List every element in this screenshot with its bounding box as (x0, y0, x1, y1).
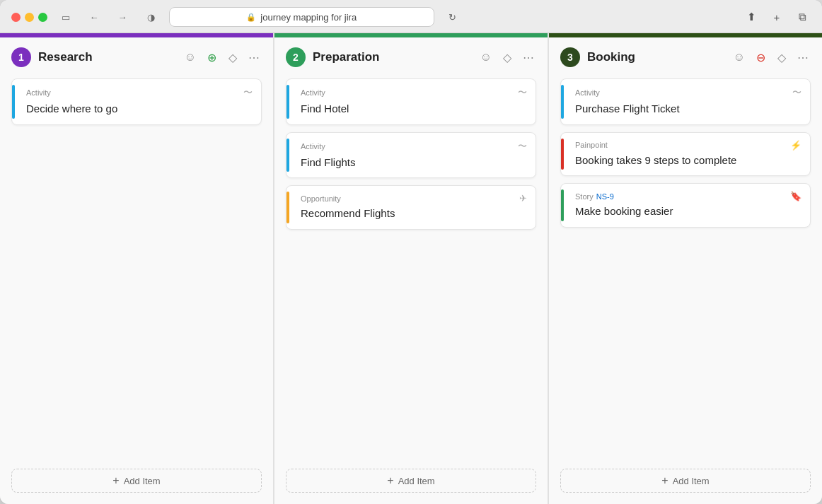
add-item-label-booking: Add Item (673, 476, 710, 486)
browser-window: ▭ ← → ◑ 🔒 journey mapping for jira ↻ ⬆ +… (0, 0, 822, 504)
add-item-button-research[interactable]: + Add Item (11, 469, 262, 493)
add-item-row-preparation: + Add Item (274, 463, 548, 504)
more-menu-research[interactable]: ⋯ (246, 49, 262, 65)
card-title-find-hotel: Find Hotel (295, 102, 527, 116)
card-title-purchase-flight: Purchase Flight Ticket (569, 102, 801, 116)
card-find-flights[interactable]: Activity 〜 Find Flights (286, 132, 536, 179)
column-actions-preparation: ☺ ◇ ⋯ (478, 49, 536, 65)
app-content: 1 Research ☺ ⊕ ◇ ⋯ Activity (0, 33, 822, 504)
card-header-find-hotel: Activity 〜 (295, 86, 527, 99)
card-header-purchase-flight: Activity 〜 (569, 86, 801, 99)
reload-button[interactable]: ↻ (443, 9, 463, 25)
card-type-find-flights: Activity (295, 142, 325, 151)
kanban-board: 1 Research ☺ ⊕ ◇ ⋯ Activity (0, 33, 822, 504)
card-activity-icon-decide: 〜 (243, 86, 253, 99)
share-icon[interactable]: ⬆ (743, 8, 760, 25)
card-left-border-recommend-flights (286, 192, 289, 223)
add-item-row-research: + Add Item (0, 463, 273, 504)
card-left-border-booking-painpoint (561, 139, 564, 170)
emoji-negative-icon-booking[interactable]: ⊖ (753, 49, 768, 65)
column-badge-booking: 3 (560, 47, 580, 67)
card-title-recommend-flights: Recommend Flights (295, 206, 527, 221)
card-type-make-booking: Story (575, 192, 594, 201)
card-make-booking[interactable]: Story NS-9 🔖 Make booking easier (560, 183, 811, 228)
emoji-neutral-icon-preparation[interactable]: ☺ (478, 49, 494, 65)
add-item-button-preparation[interactable]: + Add Item (286, 469, 536, 493)
card-activity-icon-find-hotel: 〜 (518, 86, 527, 99)
card-painpoint-icon: ⚡ (790, 140, 801, 151)
card-header-find-flights: Activity 〜 (295, 140, 527, 153)
column-header-preparation: 2 Preparation ☺ ◇ ⋯ (274, 37, 548, 74)
close-button[interactable] (11, 13, 21, 22)
tab-title: journey mapping for jira (260, 12, 357, 23)
emoji-positive-icon-research[interactable]: ⊕ (204, 49, 219, 65)
card-booking-painpoint[interactable]: Painpoint ⚡ Booking takes 9 steps to com… (560, 132, 811, 177)
card-left-border-find-hotel (286, 85, 289, 119)
theme-toggle-icon[interactable]: ◑ (141, 9, 161, 25)
column-title-preparation: Preparation (313, 50, 471, 64)
column-header-research: 1 Research ☺ ⊕ ◇ ⋯ (0, 37, 273, 74)
add-item-plus-booking: + (661, 475, 668, 486)
add-item-row-booking: + Add Item (549, 463, 822, 504)
tabs-icon[interactable]: ⧉ (794, 8, 811, 25)
address-bar[interactable]: 🔒 journey mapping for jira (169, 7, 434, 27)
column-title-research: Research (38, 50, 175, 64)
add-item-plus-research: + (112, 475, 119, 486)
card-type-booking-painpoint: Painpoint (569, 141, 608, 149)
minimize-button[interactable] (25, 13, 34, 22)
column-header-booking: 3 Booking ☺ ⊖ ◇ ⋯ (549, 37, 822, 74)
add-item-label-preparation: Add Item (398, 476, 435, 486)
column-badge-preparation: 2 (286, 47, 306, 67)
card-header-recommend-flights: Opportunity ✈ (295, 193, 527, 204)
card-title-make-booking: Make booking easier (569, 204, 801, 218)
card-activity-icon-purchase-flight: 〜 (792, 86, 801, 99)
column-cards-preparation: Activity 〜 Find Hotel Activity 〜 Find Fl… (274, 74, 548, 463)
more-menu-preparation[interactable]: ⋯ (521, 49, 536, 65)
add-item-plus-preparation: + (387, 475, 393, 486)
card-story-link[interactable]: NS-9 (596, 192, 614, 201)
card-recommend-flights[interactable]: Opportunity ✈ Recommend Flights (286, 185, 536, 230)
emoji-neutral-icon-research[interactable]: ☺ (183, 49, 198, 65)
column-preparation: 2 Preparation ☺ ◇ ⋯ Activity (274, 33, 548, 504)
card-decide[interactable]: Activity 〜 Decide where to go (11, 78, 262, 125)
column-title-booking: Booking (587, 50, 724, 64)
back-button[interactable]: ← (84, 9, 104, 25)
card-purchase-flight[interactable]: Activity 〜 Purchase Flight Ticket (560, 78, 811, 125)
add-item-button-booking[interactable]: + Add Item (560, 469, 811, 493)
column-booking: 3 Booking ☺ ⊖ ◇ ⋯ Activity (548, 33, 822, 504)
card-header-booking-painpoint: Painpoint ⚡ (569, 140, 801, 151)
sidebar-toggle-icon[interactable]: ▭ (56, 9, 76, 25)
card-left-border-make-booking (561, 189, 564, 221)
card-opportunity-icon-recommend-flights: ✈ (519, 193, 527, 204)
card-story-icon: 🔖 (790, 191, 801, 201)
card-left-border-find-flights (286, 139, 289, 172)
card-header-make-booking: Story NS-9 🔖 (569, 191, 801, 201)
column-cards-research: Activity 〜 Decide where to go (0, 74, 273, 463)
column-actions-booking: ☺ ⊖ ◇ ⋯ (731, 49, 811, 65)
card-left-border-purchase-flight (561, 85, 564, 119)
column-badge-research: 1 (11, 47, 31, 67)
card-find-hotel[interactable]: Activity 〜 Find Hotel (286, 78, 536, 125)
card-title-find-flights: Find Flights (295, 156, 527, 170)
maximize-button[interactable] (38, 13, 47, 22)
column-research: 1 Research ☺ ⊕ ◇ ⋯ Activity (0, 33, 274, 504)
card-type-decide: Activity (21, 88, 51, 97)
card-left-border-decide (12, 85, 15, 119)
lock-icon: 🔒 (246, 13, 256, 22)
card-type-recommend-flights: Opportunity (295, 194, 341, 203)
new-tab-icon[interactable]: + (768, 8, 785, 25)
drop-icon-booking[interactable]: ◇ (774, 49, 789, 65)
card-title-booking-painpoint: Booking takes 9 steps to complete (569, 153, 801, 168)
more-menu-booking[interactable]: ⋯ (795, 49, 811, 65)
card-type-purchase-flight: Activity (569, 88, 600, 97)
browser-chrome: ▭ ← → ◑ 🔒 journey mapping for jira ↻ ⬆ +… (0, 0, 822, 33)
card-activity-icon-find-flights: 〜 (518, 140, 527, 153)
forward-button[interactable]: → (112, 9, 132, 25)
column-actions-research: ☺ ⊕ ◇ ⋯ (183, 49, 262, 65)
drop-icon-preparation[interactable]: ◇ (499, 49, 515, 65)
emoji-neutral-icon-booking[interactable]: ☺ (731, 49, 747, 65)
traffic-lights (11, 13, 47, 22)
card-type-find-hotel: Activity (295, 88, 325, 97)
column-cards-booking: Activity 〜 Purchase Flight Ticket Painpo… (549, 74, 822, 463)
drop-icon-research[interactable]: ◇ (225, 49, 241, 65)
